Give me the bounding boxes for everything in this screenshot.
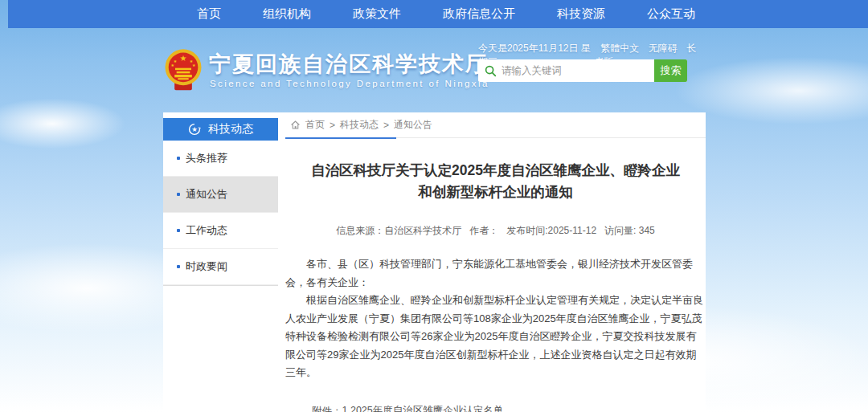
bullet-icon <box>177 193 180 196</box>
svg-text:★: ★ <box>170 63 174 67</box>
meta-publish-label: 发布时间: <box>506 225 547 236</box>
site-subtitle: Science and Technology Department of Nin… <box>210 79 489 88</box>
nav-item-home[interactable]: 首页 <box>197 6 221 22</box>
svg-text:★: ★ <box>180 54 187 63</box>
meta-publish-date: 2025-11-12 <box>548 225 597 236</box>
magnifier-icon <box>485 65 497 77</box>
article-title-line2: 和创新型标杆企业的通知 <box>285 182 706 203</box>
link-accessibility[interactable]: 无障碍 <box>649 43 678 54</box>
nav-item-organization[interactable]: 组织机构 <box>263 6 311 22</box>
nav-item-policy[interactable]: 政策文件 <box>353 6 401 22</box>
sidebar: ★ 科技动态 头条推荐 通知公告 工作动态 时政要闻 <box>163 112 278 286</box>
attachments-block: 附件： 1.2025年度自治区雏鹰企业认定名单 2.2025年度自治区瞪羚企业认… <box>285 405 706 412</box>
meta-visits-label: 访问量: <box>604 225 636 236</box>
sidebar-item-headlines[interactable]: 头条推荐 <box>163 141 278 177</box>
sidebar-item-label: 工作动态 <box>186 223 227 238</box>
sidebar-item-label: 时政要闻 <box>186 259 227 274</box>
sidebar-item-current-affairs[interactable]: 时政要闻 <box>163 249 278 285</box>
article-panel: 首页 > 科技动态 > 通知公告 自治区科技厅关于认定2025年度自治区雏鹰企业… <box>285 112 706 412</box>
breadcrumb-section[interactable]: 科技动态 <box>340 118 379 132</box>
nav-item-interaction[interactable]: 公众互动 <box>647 6 695 22</box>
breadcrumb-separator: > <box>383 120 389 131</box>
breadcrumb-row: 首页 > 科技动态 > 通知公告 <box>285 112 706 138</box>
attachments-list: 1.2025年度自治区雏鹰企业认定名单 2.2025年度自治区瞪羚企业认定名单 … <box>342 405 534 412</box>
star-circle-icon: ★ <box>188 123 201 136</box>
breadcrumb-current[interactable]: 通知公告 <box>394 118 432 132</box>
sidebar-item-notices[interactable]: 通知公告 <box>163 177 278 213</box>
breadcrumb-separator: > <box>330 120 335 131</box>
search-input[interactable] <box>502 65 654 76</box>
meta-visits-value: 345 <box>639 225 655 236</box>
sidebar-list: 头条推荐 通知公告 工作动态 时政要闻 <box>163 141 278 286</box>
breadcrumb: 首页 > 科技动态 > 通知公告 <box>290 118 432 132</box>
sidebar-title: 科技动态 <box>208 122 253 137</box>
nav-item-gov-info[interactable]: 政府信息公开 <box>443 6 515 22</box>
nav-item-resources[interactable]: 科技资源 <box>557 6 605 22</box>
meta-source-label: 信息来源： <box>336 225 384 236</box>
search-bar: 搜索 <box>478 59 687 82</box>
attachments-label: 附件： <box>312 405 342 412</box>
bullet-icon <box>177 229 180 232</box>
bullet-icon <box>177 265 180 268</box>
sidebar-item-work-news[interactable]: 工作动态 <box>163 213 278 249</box>
national-emblem-icon: ★ ★ ★ ★ ★ <box>163 48 203 93</box>
sidebar-item-label: 头条推荐 <box>186 151 227 165</box>
home-icon <box>290 120 301 130</box>
meta-author-label: 作者： <box>469 225 498 236</box>
site-title: 宁夏回族自治区科学技术厅 <box>209 50 489 79</box>
breadcrumb-home[interactable]: 首页 <box>305 118 325 132</box>
attachment-link-1[interactable]: 1.2025年度自治区雏鹰企业认定名单 <box>342 405 534 412</box>
article-paragraph: 各市、县（区）科技管理部门，宁东能源化工基地管委会，银川经济技术开发区管委会，各… <box>285 255 706 292</box>
content-wrapper: ★ 科技动态 头条推荐 通知公告 工作动态 时政要闻 <box>163 112 706 412</box>
article-title-line1: 自治区科技厅关于认定2025年度自治区雏鹰企业、瞪羚企业 <box>285 160 706 182</box>
article-body: 各市、县（区）科技管理部门，宁东能源化工基地管委会，银川经济技术开发区管委会，各… <box>285 255 706 382</box>
article-title: 自治区科技厅关于认定2025年度自治区雏鹰企业、瞪羚企业 和创新型标杆企业的通知 <box>285 160 706 203</box>
page: { "nav": { "items": ["首页", "组织机构", "政策文件… <box>0 0 868 412</box>
sidebar-header: ★ 科技动态 <box>163 118 278 141</box>
svg-text:★: ★ <box>192 63 196 67</box>
sidebar-item-label: 通知公告 <box>186 187 227 202</box>
link-traditional-chinese[interactable]: 繁體中文 <box>600 43 639 54</box>
meta-source-value: 自治区科学技术厅 <box>384 225 461 236</box>
svg-text:★: ★ <box>191 125 198 133</box>
article-meta: 信息来源：自治区科学技术厅作者：发布时间:2025-11-12访问量: 345 <box>285 224 706 238</box>
top-nav: 首页 组织机构 政策文件 政府信息公开 科技资源 公众互动 <box>8 0 868 28</box>
bullet-icon <box>177 157 180 160</box>
search-button[interactable]: 搜索 <box>654 59 687 82</box>
article-paragraph: 根据自治区雏鹰企业、瞪羚企业和创新型标杆企业认定管理有关规定，决定认定半亩良人农… <box>285 292 706 382</box>
